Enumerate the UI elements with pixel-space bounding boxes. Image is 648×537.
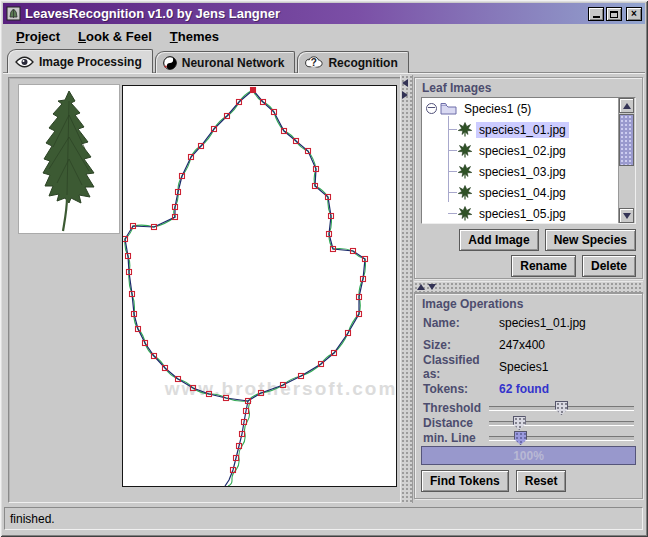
leaf-icon	[458, 143, 476, 158]
slider-track[interactable]	[489, 436, 634, 441]
image-operations-group: Image Operations Name: species1_01.jpg S…	[414, 293, 643, 499]
slider-threshold: Threshold	[423, 401, 636, 416]
tab-label: Neuronal Network	[182, 56, 285, 70]
tree-item-species1_04-jpg[interactable]: species1_04.jpg	[422, 182, 619, 203]
find-tokens-button[interactable]: Find Tokens	[421, 470, 509, 492]
title-bar[interactable]: LeavesRecognition v1.0 by Jens Langner ×	[3, 3, 645, 24]
image-info-fields: Name: species1_01.jpg Size: 247x400 Clas…	[423, 312, 636, 400]
tree-item-label: species1_02.jpg	[476, 143, 569, 159]
tree-item-species1_01-jpg[interactable]: species1_01.jpg	[422, 119, 619, 140]
slider-label: Distance	[423, 416, 473, 430]
splitter-collapse-down-icon[interactable]	[428, 284, 436, 290]
menu-item-look-feel[interactable]: Look & Feel	[71, 27, 159, 46]
watermark-text: www.brothersoft.com	[164, 378, 396, 399]
delete-button[interactable]: Delete	[582, 255, 636, 277]
leaf-icon	[458, 122, 476, 137]
tree-item-species1_02-jpg[interactable]: species1_02.jpg	[422, 140, 619, 161]
field-label: Size:	[423, 338, 499, 352]
scroll-down-button[interactable]	[619, 208, 634, 223]
progress-bar: 100%	[421, 446, 636, 465]
sliders-section: ThresholdDistancemin. Line	[423, 401, 636, 446]
field-label: Name:	[423, 316, 499, 330]
slider-track[interactable]	[489, 421, 634, 426]
tree-root-label: Species1 (5)	[461, 101, 534, 117]
question-cloud-icon: ?	[305, 56, 323, 69]
field-name: Name: species1_01.jpg	[423, 312, 636, 334]
add-image-button[interactable]: Add Image	[459, 229, 538, 251]
status-text: finished.	[10, 512, 55, 526]
field-value: Species1	[499, 360, 548, 374]
splitter-collapse-left-icon[interactable]	[402, 79, 408, 87]
slider-thumb[interactable]	[555, 401, 568, 415]
image-panel: www.brothersoft.com	[8, 77, 402, 503]
tree-item-label: species1_05.jpg	[476, 206, 569, 222]
field-classified-as: Classified as: Species1	[423, 356, 636, 378]
tree-item-species1_03-jpg[interactable]: species1_03.jpg	[422, 161, 619, 182]
rename-button[interactable]: Rename	[511, 255, 576, 277]
tab-label: Image Processing	[39, 55, 142, 69]
splitter-collapse-up-icon[interactable]	[417, 284, 425, 290]
contour-green	[125, 90, 366, 401]
menu-bar: ProjectLook & FeelThemes	[4, 26, 648, 47]
splitter-collapse-right-icon[interactable]	[402, 91, 408, 99]
tab-content-image-processing: www.brothersoft.com Leaf Images	[3, 72, 645, 505]
leaf-icon	[458, 164, 476, 179]
folder-icon	[440, 102, 457, 115]
slider-min-line: min. Line	[423, 431, 636, 446]
token-polyline	[125, 90, 365, 401]
tab-neuronal-network[interactable]: Neuronal Network	[155, 51, 296, 73]
tree-item-label: species1_01.jpg	[476, 122, 569, 138]
token-marker	[251, 88, 256, 93]
token-canvas[interactable]: www.brothersoft.com	[122, 85, 397, 487]
app-icon	[6, 6, 21, 21]
tab-image-processing[interactable]: Image Processing	[7, 49, 153, 73]
yinyang-icon	[163, 56, 177, 70]
slider-thumb[interactable]	[513, 416, 526, 430]
slider-thumb[interactable]	[514, 431, 527, 445]
minimize-button[interactable]	[588, 7, 604, 21]
right-panel: Leaf Images Species1 (5) species1_01	[412, 73, 645, 503]
leaf-icon	[458, 206, 476, 221]
field-value: 247x400	[499, 338, 545, 352]
eye-icon	[15, 56, 34, 68]
app-window: LeavesRecognition v1.0 by Jens Langner ×…	[0, 0, 648, 537]
menu-item-themes[interactable]: Themes	[163, 27, 226, 46]
slider-label: min. Line	[423, 431, 476, 445]
tree-expand-handle-icon[interactable]	[426, 103, 437, 114]
reset-button[interactable]: Reset	[516, 470, 567, 492]
close-button[interactable]: ×	[626, 7, 642, 21]
svg-text:?: ?	[311, 57, 317, 68]
tab-label: Recognition	[328, 56, 397, 70]
tab-strip: Image Processing Neuronal Network	[7, 50, 411, 73]
slider-distance: Distance	[423, 416, 636, 431]
tree-scrollbar[interactable]	[618, 98, 635, 223]
maximize-button[interactable]	[606, 7, 622, 21]
tree-item-label: species1_04.jpg	[476, 185, 569, 201]
leaf-images-tree[interactable]: Species1 (5) species1_01.jpgspecies1_02.…	[421, 97, 636, 224]
window-title: LeavesRecognition v1.0 by Jens Langner	[25, 6, 280, 21]
tree-root-species1[interactable]: Species1 (5)	[422, 98, 619, 119]
scroll-up-button[interactable]	[619, 98, 634, 113]
leaf-icon	[458, 185, 476, 200]
image-operations-title: Image Operations	[422, 297, 642, 311]
field-label: Classified as:	[423, 353, 499, 381]
leaf-images-title: Leaf Images	[422, 81, 642, 95]
new-species-button[interactable]: New Species	[545, 229, 636, 251]
field-tokens: Tokens: 62 found	[423, 378, 636, 400]
horizontal-splitter[interactable]	[414, 281, 643, 293]
tree-item-label: species1_03.jpg	[476, 164, 569, 180]
slider-label: Threshold	[423, 401, 481, 415]
progress-label: 100%	[513, 449, 544, 463]
field-value: species1_01.jpg	[499, 316, 586, 330]
menu-item-project[interactable]: Project	[9, 27, 67, 46]
tree-item-species1_05-jpg[interactable]: species1_05.jpg	[422, 203, 619, 224]
scrollbar-thumb[interactable]	[619, 114, 634, 166]
leaf-thumbnail	[18, 84, 120, 234]
field-label: Tokens:	[423, 382, 499, 396]
status-bar: finished.	[4, 507, 643, 530]
tokens-count-value: 62 found	[499, 382, 549, 396]
leaf-images-group: Leaf Images Species1 (5) species1_01	[414, 77, 643, 279]
tab-recognition[interactable]: ? Recognition	[297, 51, 408, 73]
